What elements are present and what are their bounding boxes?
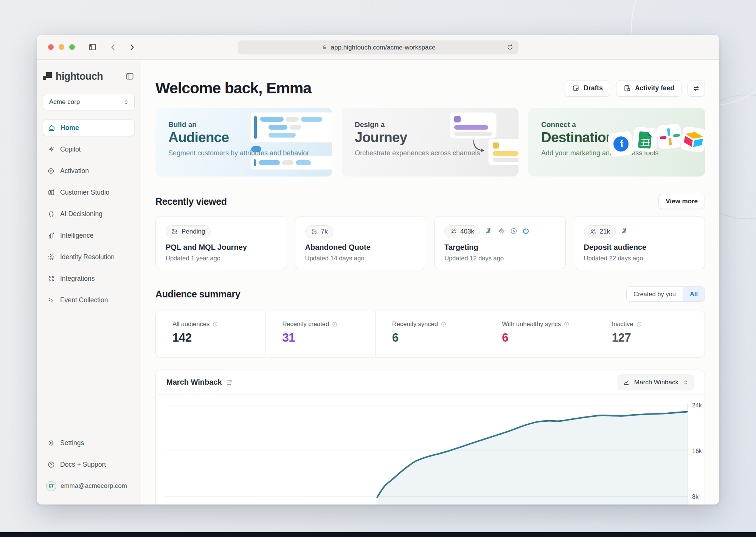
- chart-selector-label: March Winback: [634, 379, 678, 386]
- browser-toolbar: app.hightouch.com/acme-workspace: [37, 35, 719, 60]
- info-icon[interactable]: [212, 321, 218, 327]
- power-icon: [522, 227, 530, 237]
- info-icon[interactable]: [636, 321, 642, 327]
- promo-cards: Build an Audience Segment customers by a…: [155, 108, 705, 176]
- external-link-icon[interactable]: [226, 379, 233, 386]
- activity-feed-button[interactable]: Activity feed: [616, 80, 681, 97]
- view-more-button[interactable]: View more: [658, 194, 705, 209]
- recent-card-pql-mql-journey[interactable]: Pending PQL and MQL Journey Updated 1 ye…: [155, 217, 287, 269]
- info-icon[interactable]: [441, 321, 447, 327]
- recent-card-deposit-audience[interactable]: 21k Deposit audience Updated 22 days ago: [574, 217, 705, 269]
- stat-inactive: Inactive 127: [595, 311, 705, 357]
- count-badge: 21k: [584, 225, 616, 238]
- audience-filter-toggle: Created by you All: [626, 286, 705, 302]
- stat-value: 6: [502, 331, 595, 345]
- chevron-updown-icon: [682, 379, 689, 386]
- stat-label: Inactive: [612, 320, 633, 328]
- sidebar-item-intelligence[interactable]: Intelligence: [43, 227, 135, 244]
- sidebar-item-label: Activation: [60, 167, 89, 175]
- screen-bottom-strip: [0, 532, 756, 537]
- sidebar-item-label: Copilot: [60, 145, 81, 153]
- drafts-icon: [572, 84, 580, 92]
- integrations-icon: [47, 275, 55, 283]
- recent-card-targeting[interactable]: 403k Targeting Updated 12 days ago: [434, 217, 566, 269]
- sidebar-item-integrations[interactable]: Integrations: [43, 270, 135, 287]
- circle-b-icon: [510, 227, 518, 237]
- recent-card-title: PQL and MQL Journey: [166, 243, 277, 252]
- sidebar-nav: Home Copilot Activation Customer Studio: [43, 119, 135, 308]
- chart-title: March Winback: [166, 378, 222, 387]
- promo-eyebrow: Design a: [355, 121, 518, 129]
- browser-sidebar-icon[interactable]: [88, 42, 97, 52]
- back-button[interactable]: [109, 43, 118, 52]
- sidebar-item-label: Customer Studio: [60, 189, 109, 197]
- recently-viewed-header: Recently viewed View more: [155, 194, 705, 209]
- sidebar-item-identity-resolution[interactable]: Identity Resolution: [43, 249, 135, 265]
- promo-subtitle: Segment customers by attributes and beha…: [168, 149, 332, 157]
- sidebar-item-event-collection[interactable]: Event Collection: [43, 292, 135, 308]
- stat-label: Recently synced: [392, 320, 438, 328]
- help-icon: [47, 461, 55, 469]
- sidebar-item-label: Identity Resolution: [60, 253, 115, 261]
- sidebar-item-docs-support[interactable]: Docs + Support: [43, 456, 135, 473]
- lock-icon: [321, 44, 328, 51]
- badge-label: 7k: [321, 228, 328, 235]
- sidebar-item-customer-studio[interactable]: Customer Studio: [43, 184, 135, 201]
- svg-text:16k: 16k: [692, 448, 702, 454]
- filter-all[interactable]: All: [683, 287, 705, 301]
- drafts-button[interactable]: Drafts: [565, 80, 610, 97]
- audience-summary-stats: All audiences 142 Recently created 31 Re…: [155, 311, 705, 357]
- svg-text:8k: 8k: [692, 494, 699, 500]
- close-window-button[interactable]: [48, 44, 54, 50]
- recent-card-updated: Updated 1 year ago: [166, 255, 277, 262]
- browser-window: app.hightouch.com/acme-workspace hightou…: [37, 35, 719, 505]
- minimize-window-button[interactable]: [59, 44, 64, 50]
- recent-card-abandoned-quote[interactable]: 7k Abandoned Quote Updated 14 days ago: [295, 217, 427, 269]
- status-badge: Pending: [166, 225, 211, 238]
- sidebar-item-copilot[interactable]: Copilot: [43, 141, 135, 158]
- journey-icon: [311, 228, 318, 235]
- sidebar-item-label: Home: [61, 124, 79, 132]
- activation-icon: [47, 167, 55, 175]
- reload-icon[interactable]: [506, 43, 514, 51]
- stat-label: All audiences: [172, 320, 210, 328]
- info-icon[interactable]: [332, 321, 338, 327]
- recent-card-title: Deposit audience: [584, 243, 695, 252]
- url-text: app.hightouch.com/acme-workspace: [331, 44, 436, 51]
- chart-card-header: March Winback March Winback: [156, 370, 705, 395]
- build-audience-card[interactable]: Build an Audience Segment customers by a…: [155, 108, 332, 176]
- sidebar-item-home[interactable]: Home: [43, 119, 135, 136]
- line-chart-icon: [623, 379, 630, 386]
- info-icon[interactable]: [564, 321, 570, 327]
- page-title: Welcome back, Emma: [155, 79, 311, 97]
- connect-destination-card[interactable]: Connect a Destination Add your marketing…: [528, 108, 705, 176]
- workspace-selector[interactable]: Acme corp: [43, 94, 135, 110]
- chart-selector-dropdown[interactable]: March Winback: [618, 375, 694, 390]
- recently-viewed-title: Recently viewed: [155, 196, 227, 207]
- drafts-button-label: Drafts: [584, 84, 603, 92]
- collapse-sidebar-icon[interactable]: [125, 71, 135, 81]
- desktop-background: app.hightouch.com/acme-workspace hightou…: [0, 0, 756, 537]
- badge-label: 21k: [600, 228, 610, 235]
- stat-all-audiences: All audiences 142: [156, 311, 265, 357]
- design-journey-card[interactable]: Design a Journey Orchestrate experiences…: [342, 108, 518, 176]
- zoom-window-button[interactable]: [69, 44, 75, 50]
- filter-created-by-you[interactable]: Created by you: [627, 287, 683, 301]
- stat-unhealthy-syncs: With unhealthy syncs 6: [485, 311, 595, 357]
- stat-recently-synced: Recently synced 6: [376, 311, 485, 357]
- sidebar-item-label: Docs + Support: [60, 461, 106, 469]
- sidebar-item-settings[interactable]: Settings: [43, 435, 135, 451]
- destination-icons: [486, 227, 530, 237]
- sidebar-item-ai-decisioning[interactable]: AI Decisioning: [43, 206, 135, 222]
- sidebar-item-activation[interactable]: Activation: [43, 162, 135, 179]
- march-winback-chart-card: March Winback March Winback 24k16k8k: [155, 370, 705, 505]
- stat-value: 142: [172, 331, 265, 345]
- switch-workspace-button[interactable]: [688, 80, 705, 97]
- address-bar[interactable]: app.hightouch.com/acme-workspace: [238, 40, 518, 54]
- recently-viewed-cards: Pending PQL and MQL Journey Updated 1 ye…: [155, 217, 705, 269]
- account-menu[interactable]: ET emma@acmecorp.com: [43, 478, 135, 494]
- hightouch-logo-text: hightouch: [56, 71, 103, 82]
- avatar: ET: [46, 481, 56, 491]
- google-ads-icon: [486, 227, 494, 237]
- forward-button[interactable]: [127, 43, 137, 52]
